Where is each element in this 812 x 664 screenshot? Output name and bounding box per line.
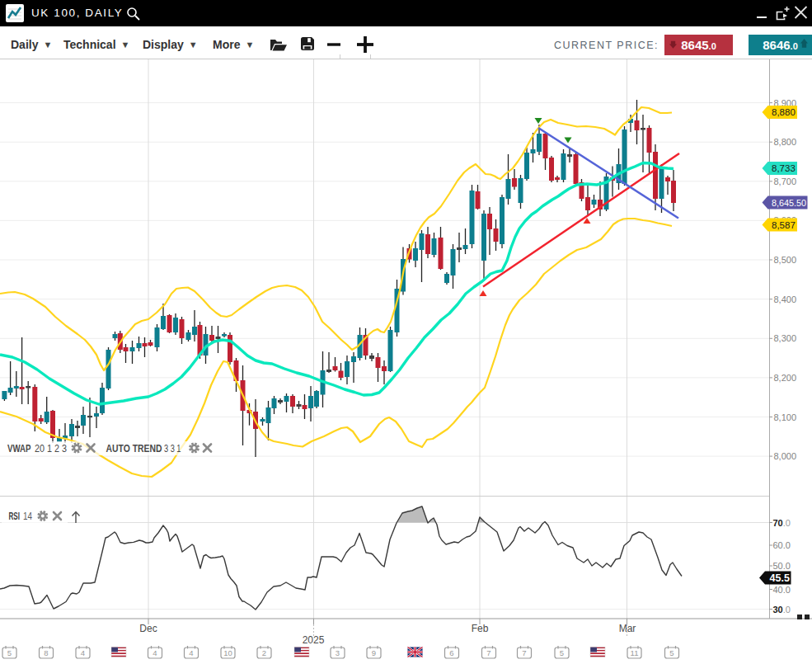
svg-text:Feb: Feb xyxy=(472,623,489,634)
svg-text:7: 7 xyxy=(486,648,490,657)
svg-text:45.5: 45.5 xyxy=(770,572,790,584)
svg-text:RSI: RSI xyxy=(8,511,20,522)
svg-text:8,000: 8,000 xyxy=(774,451,797,461)
svg-text:3: 3 xyxy=(336,648,340,657)
svg-text:8,645.50: 8,645.50 xyxy=(772,198,806,208)
svg-text:70.0: 70.0 xyxy=(773,518,791,528)
svg-text:3 3 1: 3 3 1 xyxy=(164,443,181,454)
svg-text:8,300: 8,300 xyxy=(774,333,797,343)
svg-text:8: 8 xyxy=(44,648,48,657)
svg-text:4: 4 xyxy=(81,648,85,657)
svg-text:Mar: Mar xyxy=(619,623,636,634)
svg-text:5: 5 xyxy=(669,648,674,657)
svg-text:5: 5 xyxy=(7,648,12,657)
svg-text:4: 4 xyxy=(189,648,193,657)
svg-text:20 1 2 3: 20 1 2 3 xyxy=(35,443,67,454)
svg-text:AUTO TREND: AUTO TREND xyxy=(106,443,162,454)
svg-text:Dec: Dec xyxy=(139,623,157,634)
svg-text:6: 6 xyxy=(449,648,453,657)
svg-text:10: 10 xyxy=(223,648,232,657)
svg-text:8,100: 8,100 xyxy=(774,412,797,422)
svg-text:8,500: 8,500 xyxy=(774,255,797,265)
svg-text:60.0: 60.0 xyxy=(773,540,791,550)
svg-text:8,800: 8,800 xyxy=(774,137,797,147)
svg-text:8,700: 8,700 xyxy=(774,177,797,186)
svg-text:8,200: 8,200 xyxy=(774,373,797,383)
svg-text:8,880: 8,880 xyxy=(772,107,796,117)
svg-text:5: 5 xyxy=(560,648,564,657)
svg-text:9: 9 xyxy=(372,648,376,657)
svg-text:30.0: 30.0 xyxy=(773,605,791,615)
svg-text:8,400: 8,400 xyxy=(774,294,797,304)
svg-text:4: 4 xyxy=(153,648,157,657)
svg-text:2: 2 xyxy=(262,648,266,657)
svg-text:2025: 2025 xyxy=(303,634,325,646)
svg-text:40.0: 40.0 xyxy=(773,585,791,595)
svg-text:8,733: 8,733 xyxy=(772,163,796,173)
svg-text:14: 14 xyxy=(23,511,32,522)
svg-text:11: 11 xyxy=(631,648,639,657)
svg-text:50.0: 50.0 xyxy=(773,561,791,571)
svg-text:VWAP: VWAP xyxy=(7,443,31,454)
svg-text:7: 7 xyxy=(522,648,526,657)
svg-text:8,587: 8,587 xyxy=(772,220,796,230)
